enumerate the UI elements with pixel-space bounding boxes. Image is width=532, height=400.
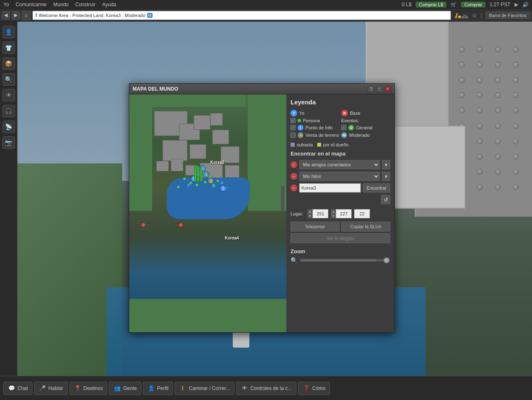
- teleport-button[interactable]: Teleportar: [291, 222, 340, 232]
- find-hitos-dropdown-btn[interactable]: ▼: [382, 172, 390, 181]
- map-person-dot-10: [177, 186, 180, 188]
- legend-venta-checkbox[interactable]: [291, 133, 296, 138]
- inventory-sidebar-button[interactable]: 📦: [2, 57, 15, 70]
- vehicles-icon[interactable]: 🛵🚲: [454, 12, 468, 19]
- legend-base-icon: B: [341, 110, 348, 116]
- destinations-button[interactable]: 📍 Destinos: [69, 382, 108, 395]
- legend-moderado-label: Moderado: [349, 133, 370, 138]
- profile-taskbar-label: Perfil: [157, 385, 168, 391]
- help-dialog-button[interactable]: ?: [368, 86, 374, 92]
- menu-comunicarme[interactable]: Comunicarme: [16, 2, 47, 7]
- zoom-slider-track: [300, 259, 377, 262]
- dialog-title: MAPA DEL MUNDO: [133, 86, 368, 92]
- find-refresh-button[interactable]: ↺: [381, 195, 390, 204]
- map-person-dot-9: [217, 180, 219, 182]
- coord-z-input[interactable]: [354, 209, 370, 218]
- legend-events-label: Eventos:: [341, 118, 390, 123]
- buy-button[interactable]: Comprar: [461, 2, 485, 7]
- menu-yo[interactable]: Yo: [3, 2, 9, 7]
- find-section: Encontrar en el mapa − Mis amigos conect…: [291, 151, 390, 204]
- map-scrollbar[interactable]: [281, 186, 284, 211]
- forward-button[interactable]: ▶: [12, 11, 20, 20]
- menu-ayuda[interactable]: Ayuda: [102, 2, 116, 7]
- controls-button[interactable]: 👁 Controles de la c...: [236, 382, 296, 395]
- ground-left: [0, 163, 122, 376]
- clothing-sidebar-button[interactable]: 👕: [2, 42, 15, 54]
- coord-y-up[interactable]: ▲: [331, 209, 336, 214]
- map-label-korea4: Korea4: [225, 236, 239, 240]
- zoom-slider[interactable]: [300, 259, 390, 262]
- legend-persona-label: Persona: [303, 118, 320, 123]
- profile-sidebar-button[interactable]: 👁: [2, 89, 15, 101]
- map-person-dot-6: [204, 181, 207, 183]
- zoom-title: Zoom: [291, 248, 390, 254]
- legend-dueno-label: por el dueño: [323, 142, 349, 147]
- legend-general-checkbox[interactable]: [341, 125, 346, 130]
- find-button[interactable]: Encontrar: [363, 183, 390, 193]
- stream-icon[interactable]: ▶: [515, 2, 518, 7]
- talk-button[interactable]: 🎤 Hablar: [34, 382, 67, 395]
- people-button[interactable]: 👥 Gente: [109, 382, 141, 395]
- legend-persona: Persona: [291, 118, 340, 123]
- find-search-input[interactable]: [299, 183, 361, 193]
- browser-bar: ◀ ▶ ⌂ ℹ Welcome Area - Protected Land, K…: [0, 9, 532, 22]
- zoom-slider-handle[interactable]: [384, 257, 389, 263]
- zoom-section: Zoom 🔍: [291, 248, 390, 264]
- map-area[interactable]: NO N NE O E SO S SE: [129, 94, 286, 332]
- legend-color-boxes: subasta por el dueño: [291, 142, 390, 147]
- view-chosen-button[interactable]: Ver lo elegido: [291, 233, 390, 243]
- coord-y-input[interactable]: [336, 209, 352, 218]
- find-friends-dropdown-btn[interactable]: ▼: [382, 160, 390, 169]
- find-friends-dropdown[interactable]: Mis amigos conectados: [299, 160, 380, 169]
- address-bar[interactable]: ℹ Welcome Area - Protected Land, Korea3 …: [32, 11, 451, 20]
- avatar-sidebar-button[interactable]: 👤: [2, 26, 15, 38]
- home-button[interactable]: ⌂: [22, 11, 31, 20]
- coord-y-down[interactable]: ▼: [331, 214, 336, 218]
- time-display: 1:27 PST: [490, 2, 510, 7]
- legend-punto-info-checkbox[interactable]: [291, 125, 296, 130]
- profile-taskbar-button[interactable]: 👤 Perfil: [143, 382, 173, 395]
- help-taskbar-label: Cómo: [312, 385, 325, 391]
- help-taskbar-button[interactable]: ❓ Cómo: [298, 382, 330, 395]
- find-hitos-dropdown[interactable]: Mis hitos: [299, 172, 380, 181]
- coord-x-down[interactable]: ▼: [308, 214, 313, 218]
- coords-label: Lugar:: [291, 211, 305, 216]
- legend-dueno-box: [317, 143, 321, 147]
- coords-row: Lugar: ▲ ▼ ▲ ▼: [291, 209, 390, 218]
- back-button[interactable]: ◀: [2, 11, 10, 20]
- moderated-badge: M: [147, 13, 153, 18]
- walk-label: Caminar / Correr...: [189, 385, 230, 391]
- find-refresh-row: ↺: [291, 195, 390, 204]
- audio-icon[interactable]: 🔊: [522, 2, 529, 7]
- legend-general-icon: G: [348, 125, 354, 131]
- bookmark-button[interactable]: ☆: [472, 12, 477, 19]
- coord-y-group: ▲ ▼: [331, 209, 352, 218]
- map-river: [167, 178, 250, 219]
- coord-z-group: [354, 209, 370, 218]
- coord-x-up[interactable]: ▲: [308, 209, 313, 214]
- copy-slurl-button[interactable]: Copiar la SLUrl: [341, 222, 390, 232]
- radio-sidebar-button[interactable]: 📡: [2, 121, 15, 133]
- menu-mundo[interactable]: Mundo: [53, 2, 69, 7]
- find-remove-friends-button[interactable]: −: [291, 161, 297, 168]
- search-sidebar-button[interactable]: 🔍: [2, 73, 15, 86]
- favorites-bar[interactable]: Barra de Favoritos: [485, 12, 530, 19]
- headset-sidebar-button[interactable]: 🎧: [2, 105, 15, 117]
- walk-button[interactable]: 🚶 Caminar / Correr...: [175, 382, 234, 395]
- coord-x-input[interactable]: [313, 209, 328, 218]
- chat-button[interactable]: 💬 Chat: [3, 382, 32, 395]
- legend-persona-checkbox[interactable]: [291, 118, 296, 123]
- legend-events-text: Eventos:: [341, 118, 359, 123]
- legend-general: G General: [341, 125, 390, 131]
- camera-sidebar-button[interactable]: 📷: [2, 136, 15, 149]
- find-remove-hitos-button[interactable]: −: [291, 173, 297, 180]
- buy-linden-button[interactable]: Comprar L$: [416, 2, 446, 7]
- controls-icon: 👁: [241, 385, 248, 392]
- close-dialog-button[interactable]: ×: [384, 86, 391, 92]
- menu-construir[interactable]: Construir: [75, 2, 96, 7]
- map-icon-teal-2: 🔒: [207, 178, 214, 184]
- taskbar: 💬 Chat 🎤 Hablar 📍 Destinos 👥 Gente 👤 Per…: [0, 376, 532, 400]
- minimize-dialog-button[interactable]: −: [376, 86, 383, 92]
- legend-moderado: M Moderado: [341, 132, 390, 138]
- find-remove-search-button[interactable]: −: [291, 185, 297, 191]
